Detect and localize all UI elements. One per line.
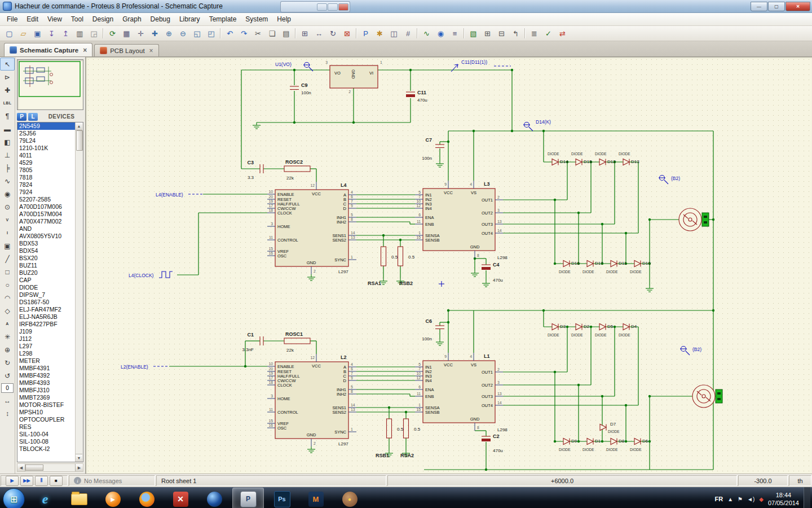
rotate-clockwise-icon[interactable]: ↻ <box>0 356 15 369</box>
resistor[interactable] <box>284 166 310 172</box>
open-design-icon[interactable]: ▱ <box>16 27 30 40</box>
center-at-cursor-icon[interactable]: ✚ <box>148 27 162 40</box>
block-delete-icon[interactable]: ⊠ <box>340 27 354 40</box>
mirror-x-icon[interactable]: ↔ <box>0 394 15 407</box>
probe-marker-icon[interactable] <box>680 347 690 356</box>
packaging-tool-icon[interactable]: ◫ <box>387 27 401 40</box>
tab-close-icon[interactable]: × <box>83 46 87 54</box>
probe-marker-icon[interactable] <box>659 176 668 185</box>
ic-L1[interactable]: 5IN17IN210IN312IN46ENA11ENB1SENSA15SENSB… <box>415 353 508 432</box>
toggle-grid-icon[interactable]: ▦ <box>120 27 134 40</box>
diode[interactable] <box>563 439 570 445</box>
bill-of-materials-icon[interactable]: ≣ <box>527 27 541 40</box>
tab-schematic-capture[interactable]: Schematic Capture × <box>4 43 92 56</box>
hidden-icons-button[interactable]: ▲ <box>727 496 733 502</box>
taskbar-windows-explorer[interactable] <box>63 488 95 508</box>
2d-text-mode-icon[interactable]: A <box>0 317 15 330</box>
2d-symbol-mode-icon[interactable]: ✳ <box>0 330 15 343</box>
diode[interactable] <box>611 439 617 445</box>
ground-terminal[interactable] <box>436 339 444 345</box>
2d-circle-mode-icon[interactable]: ○ <box>0 278 15 291</box>
taskbar-matlab[interactable]: M <box>300 488 332 508</box>
menu-library[interactable]: Library <box>175 14 205 25</box>
zoom-out-icon[interactable]: ⊖ <box>176 27 190 40</box>
device-item[interactable]: METER <box>17 357 76 365</box>
library-manager-button[interactable]: L <box>28 113 38 121</box>
menu-edit[interactable]: Edit <box>22 14 43 25</box>
schematic-canvas[interactable]: VOVIGND312C9100nC11470uC7100nC33.3C6100n… <box>86 57 812 474</box>
taskbar-proteus[interactable]: P <box>232 488 264 508</box>
mirror-y-icon[interactable]: ↕ <box>0 407 15 420</box>
stepper-motor-upper[interactable] <box>679 208 709 231</box>
taskbar-photoshop[interactable]: Ps <box>266 488 298 508</box>
electrical-rule-check-icon[interactable]: ✓ <box>541 27 555 40</box>
false-origin-icon[interactable]: ✛ <box>134 27 148 40</box>
maximize-button[interactable]: ▢ <box>768 2 785 11</box>
diode[interactable] <box>587 261 593 267</box>
undo-icon[interactable]: ↶ <box>223 27 237 40</box>
step-button[interactable]: ▶▶ <box>20 476 33 486</box>
new-design-icon[interactable]: ▢ <box>2 27 16 40</box>
device-item[interactable]: A700D157M004 <box>17 211 76 218</box>
menu-graph[interactable]: Graph <box>118 14 145 25</box>
design-explorer-icon[interactable]: ▧ <box>466 27 480 40</box>
device-item[interactable]: MPSH10 <box>17 409 76 416</box>
block-move-icon[interactable]: ↔ <box>312 27 326 40</box>
menu-view[interactable]: View <box>43 14 67 25</box>
device-list-vscrollbar[interactable]: ▲ ▼ <box>75 122 83 462</box>
diode[interactable] <box>576 159 582 165</box>
taskbar-firefox[interactable] <box>131 488 162 508</box>
device-item[interactable]: 52207-2585 <box>17 196 76 203</box>
device-item[interactable]: MMBT2369 <box>17 394 76 401</box>
diode[interactable] <box>587 439 593 445</box>
diode[interactable] <box>623 159 629 165</box>
diode[interactable] <box>634 439 641 445</box>
device-item[interactable]: BUZ20 <box>17 269 76 277</box>
menu-system[interactable]: System <box>241 14 272 25</box>
play-button[interactable]: ▶ <box>6 476 19 486</box>
stepper-motor-lower[interactable] <box>692 385 722 408</box>
background-window-close[interactable] <box>338 3 348 11</box>
scroll-down-icon[interactable]: ▼ <box>76 454 82 462</box>
device-item[interactable]: 2SJ56 <box>17 130 76 137</box>
probe-marker-icon[interactable] <box>523 122 533 132</box>
device-item[interactable]: A700D107M006 <box>17 203 76 211</box>
language-indicator[interactable]: FR <box>714 496 723 502</box>
hscroll-thumb[interactable] <box>25 465 43 471</box>
taskbar-internet-explorer[interactable]: e <box>29 488 61 508</box>
redraw-icon[interactable]: ⟳ <box>105 27 120 40</box>
import-design-icon[interactable]: ↧ <box>45 27 59 40</box>
ground-terminal[interactable] <box>482 281 490 287</box>
search-and-tag-icon[interactable]: ◉ <box>434 27 448 40</box>
taskbar-red-app[interactable]: ✕ <box>165 488 196 508</box>
device-item[interactable]: OPTOCOUPLER <box>17 416 76 423</box>
decompose-icon[interactable]: # <box>401 27 415 40</box>
rotation-angle[interactable]: 0 <box>1 383 14 393</box>
zoom-all-icon[interactable]: ◱ <box>190 27 204 40</box>
device-item[interactable]: BDX54 <box>17 247 76 255</box>
device-item[interactable]: 4529 <box>17 159 76 167</box>
make-device-icon[interactable]: ✱ <box>373 27 387 40</box>
mark-output-area-icon[interactable]: ◲ <box>87 27 101 40</box>
device-item[interactable]: MMBFJ310 <box>17 387 76 394</box>
voltage-regulator[interactable]: VOVIGND312 <box>325 60 382 94</box>
diode[interactable] <box>552 324 558 330</box>
ic-L2[interactable]: 10ENABLE20RESET19HALF/FULL17CW/CCW18CLOC… <box>267 354 356 446</box>
save-design-icon[interactable]: ▣ <box>30 27 45 40</box>
tab-pcb-layout[interactable]: PCB Layout × <box>94 44 158 56</box>
diode[interactable] <box>599 324 606 330</box>
redo-icon[interactable]: ↷ <box>237 27 251 40</box>
menu-file[interactable]: File <box>2 14 22 25</box>
device-item[interactable]: L298 <box>17 350 76 357</box>
device-item[interactable]: L297 <box>17 343 76 350</box>
motor-connector[interactable] <box>702 213 709 226</box>
pick-devices-button[interactable]: P <box>17 113 27 121</box>
diode[interactable] <box>563 261 570 267</box>
action-center-icon[interactable]: ⚑ <box>738 496 743 502</box>
voltage-probe-mode-icon[interactable]: V <box>0 213 15 226</box>
2d-box-mode-icon[interactable]: □ <box>0 265 15 278</box>
vscroll-thumb[interactable] <box>76 130 83 151</box>
terminals-mode-icon[interactable]: ⊥ <box>0 148 15 161</box>
diode[interactable] <box>634 261 641 267</box>
device-item[interactable]: BSX20 <box>17 255 76 262</box>
